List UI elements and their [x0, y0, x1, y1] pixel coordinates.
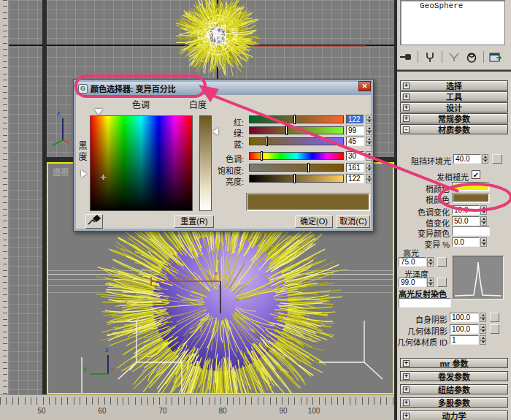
rollout-top-1[interactable]: +工具 — [400, 91, 508, 102]
hue-saturation-palette[interactable]: ✛ — [90, 115, 193, 211]
ruler-number: 100 — [308, 407, 320, 415]
specular-spinner[interactable] — [427, 257, 434, 267]
modifier-stack-item[interactable]: GeoSphere — [420, 1, 504, 10]
slider-handle[interactable] — [261, 151, 263, 161]
gloss-spinner[interactable] — [427, 278, 434, 287]
value-variation-spinner[interactable] — [480, 216, 487, 226]
mutant-pct-spinner[interactable] — [480, 237, 487, 247]
geom-id-spinner[interactable] — [480, 335, 486, 345]
geom-shadow-spinner[interactable] — [480, 324, 486, 334]
rollout-expand-icon[interactable]: + — [403, 104, 410, 111]
current-color-swatch — [246, 193, 370, 211]
slider-handle[interactable] — [293, 174, 296, 183]
slider-spinner-4[interactable] — [366, 163, 372, 172]
left-viewport[interactable] — [9, 0, 42, 394]
self-shadow-field[interactable]: 100.0 — [450, 313, 479, 322]
remove-modifier-icon[interactable] — [464, 51, 479, 64]
slider-handle[interactable] — [285, 126, 288, 135]
slider-value-field-3[interactable]: 30 — [346, 151, 364, 161]
pin-stack-icon[interactable] — [399, 51, 413, 64]
reset-button[interactable]: 重置(R) — [174, 215, 214, 228]
track-bar[interactable]: 5060708090100 — [0, 394, 397, 420]
slider-handle[interactable] — [266, 137, 268, 146]
viewport-label-perspective[interactable]: 透视 — [53, 166, 69, 177]
svg-text:y: y — [83, 365, 87, 373]
geom-id-field[interactable]: 1 — [450, 335, 479, 345]
tip-color-swatch[interactable] — [452, 182, 490, 191]
rollout-bottom-4[interactable]: +动力学 — [400, 411, 508, 420]
slider-spinner-1[interactable] — [366, 126, 372, 135]
slider-track-1[interactable] — [249, 126, 344, 134]
specular-field[interactable]: 75.0 — [399, 257, 426, 267]
rollout-top-2[interactable]: +设计 — [400, 102, 508, 112]
make-unique-icon[interactable] — [447, 51, 461, 64]
mutant-pct-field[interactable]: 0.0 — [452, 237, 480, 247]
rollout-expand-icon[interactable]: + — [403, 413, 410, 419]
whiteness-label: 白度 — [189, 98, 218, 110]
slider-value-field-1[interactable]: 99 — [346, 126, 364, 135]
slider-spinner-2[interactable] — [366, 137, 372, 146]
slider-label-0: 红: — [200, 116, 244, 128]
occlusion-map-button[interactable] — [492, 154, 502, 164]
slider-value-field-4[interactable]: 161 — [346, 163, 364, 172]
spec-tint-swatch[interactable] — [399, 298, 451, 308]
slider-handle[interactable] — [293, 115, 296, 124]
dialog-titlebar[interactable]: G 颜色选择器: 变异百分比 — [76, 82, 371, 95]
rollout-expand-icon[interactable]: + — [403, 386, 410, 393]
hue-variation-field[interactable]: 10.0 — [452, 205, 480, 215]
dialog-title: 颜色选择器: 变异百分比 — [91, 83, 176, 94]
geom-shadow-map-button[interactable] — [490, 324, 499, 334]
hue-variation-label: 色调变化 — [397, 206, 450, 218]
rollout-expand-icon[interactable]: + — [403, 373, 410, 380]
show-end-result-icon[interactable] — [423, 51, 437, 64]
slider-track-3[interactable] — [249, 152, 344, 160]
slider-track-4[interactable] — [249, 164, 344, 172]
slider-spinner-5[interactable] — [366, 174, 372, 183]
slider-track-5[interactable] — [249, 175, 344, 183]
slider-value-field-0[interactable]: 122 — [346, 115, 364, 124]
tip-fade-checkbox[interactable]: ✓ — [472, 170, 480, 179]
slider-value-field-2[interactable]: 45 — [346, 137, 364, 146]
rollout-bottom-2[interactable]: +纽结参数 — [400, 384, 508, 394]
slider-track-2[interactable] — [249, 137, 344, 145]
geom-shadow-field[interactable]: 100.0 — [450, 324, 479, 334]
rollout-expand-icon[interactable]: - — [403, 126, 410, 133]
slider-spinner-3[interactable] — [366, 151, 372, 161]
slider-track-0[interactable] — [249, 115, 344, 123]
slider-value-field-5[interactable]: 122 — [346, 174, 364, 183]
rollout-expand-icon[interactable]: + — [403, 115, 410, 122]
occlusion-spinner[interactable] — [482, 154, 488, 164]
root-color-swatch[interactable] — [452, 193, 490, 203]
rollout-expand-icon[interactable]: + — [403, 83, 410, 89]
rollout-bottom-0[interactable]: +mr 参数 — [400, 358, 508, 368]
hue-variation-spinner[interactable] — [480, 205, 487, 215]
occlusion-field[interactable]: 40.0 — [453, 154, 481, 164]
value-variation-field[interactable]: 50.0 — [452, 216, 480, 226]
rollout-top-3[interactable]: +常规参数 — [400, 113, 508, 123]
gloss-field[interactable]: 99.0 — [399, 278, 426, 287]
toolbar-separator — [483, 51, 484, 63]
modifier-stack-list[interactable]: GeoSphere — [400, 0, 505, 45]
slider-handle[interactable] — [307, 163, 310, 172]
configure-modifier-sets-icon[interactable] — [488, 51, 503, 64]
eyedropper-button[interactable] — [85, 214, 103, 229]
mutant-color-swatch[interactable] — [452, 226, 490, 236]
self-shadow-map-button[interactable] — [490, 313, 499, 322]
specular-map-button[interactable] — [437, 257, 447, 267]
rollout-bottom-1[interactable]: +卷发参数 — [400, 371, 508, 381]
self-shadow-spinner[interactable] — [480, 313, 486, 322]
blackness-marker[interactable] — [81, 170, 87, 177]
rollout-expand-icon[interactable]: + — [403, 400, 410, 406]
hue-marker[interactable] — [94, 109, 103, 115]
rollout-expand-icon[interactable]: + — [403, 360, 410, 367]
rollout-expand-icon[interactable]: + — [403, 93, 410, 100]
gloss-map-button[interactable] — [437, 278, 447, 287]
rollout-top-4[interactable]: -材质参数 — [400, 124, 508, 134]
ok-button[interactable]: 确定(O) — [295, 215, 333, 228]
close-button[interactable]: ✕ — [358, 81, 371, 91]
slider-spinner-0[interactable] — [366, 115, 372, 124]
cancel-button[interactable]: 取消(C) — [337, 215, 370, 228]
rollout-bottom-3[interactable]: +多股参数 — [400, 397, 508, 408]
rollout-top-0[interactable]: +选择 — [400, 80, 508, 91]
occlusion-label: 阻挡环境光 — [397, 155, 451, 167]
